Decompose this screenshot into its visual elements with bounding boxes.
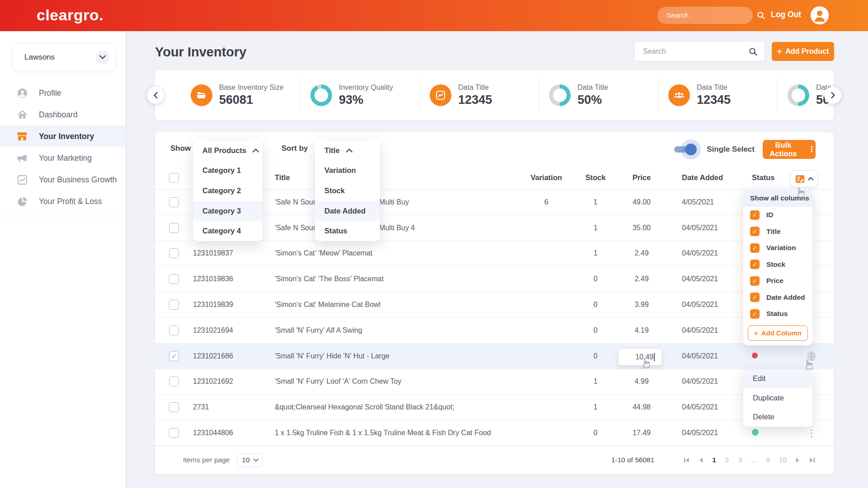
avatar[interactable] bbox=[811, 6, 829, 24]
col-variation-header[interactable]: Variation bbox=[520, 173, 573, 182]
sidebar-item-profile[interactable]: Profile bbox=[0, 82, 125, 104]
cell-price[interactable]: 2.49 bbox=[618, 275, 665, 283]
table-row: 1231044806 1 x 1.5kg Truline Fish & 1 x … bbox=[155, 420, 834, 446]
inventory-search[interactable] bbox=[635, 42, 765, 61]
sort-option-highlighted[interactable]: Date Added bbox=[315, 201, 380, 221]
sidebar-item-your-inventory[interactable]: Your Inventory bbox=[0, 125, 125, 147]
col-status-header[interactable]: Status bbox=[746, 173, 796, 182]
sort-option[interactable]: Stock bbox=[315, 181, 380, 201]
bulk-actions-button[interactable]: Bulk Actions ⋮ bbox=[763, 140, 816, 159]
page-number[interactable]: 9 bbox=[766, 456, 770, 464]
row-checkbox[interactable] bbox=[169, 376, 179, 386]
checkbox-checked-icon bbox=[750, 227, 760, 236]
filter-current-option[interactable]: All Products bbox=[193, 140, 263, 161]
column-toggle-variation[interactable]: Variation bbox=[743, 240, 812, 256]
column-toggle-id[interactable]: ID bbox=[743, 207, 812, 223]
cell-price[interactable]: 4.99 bbox=[618, 377, 665, 386]
sort-by-label: Sort by bbox=[282, 144, 308, 153]
carousel-next-button[interactable] bbox=[824, 87, 841, 104]
filter-option[interactable]: Category 1 bbox=[193, 161, 263, 181]
column-toggle-date-added[interactable]: Date Added bbox=[743, 289, 812, 306]
cell-price[interactable]: 4.19 bbox=[618, 326, 665, 335]
add-product-label: Add Product bbox=[785, 47, 829, 56]
filter-option[interactable]: Category 2 bbox=[193, 181, 263, 201]
cell-date: 04/05/2021 bbox=[665, 429, 746, 437]
col-title-header[interactable]: Title bbox=[275, 173, 520, 182]
row-checkbox[interactable] bbox=[169, 274, 179, 284]
column-toggle-stock[interactable]: Stock bbox=[743, 256, 812, 273]
context-menu-delete[interactable]: Delete bbox=[743, 407, 812, 427]
column-toggle-label: ID bbox=[766, 211, 774, 219]
sidebar-item-your-marketing[interactable]: Your Marketing bbox=[0, 147, 125, 169]
global-search-input[interactable] bbox=[666, 11, 757, 19]
column-toggle-status[interactable]: Status bbox=[743, 306, 812, 322]
page-number[interactable]: 10 bbox=[779, 456, 787, 464]
row-checkbox[interactable] bbox=[169, 248, 179, 258]
cell-stock: 1 bbox=[573, 249, 618, 257]
col-date-added-header[interactable]: Date Added bbox=[665, 173, 746, 182]
filter-dropdown: All Products Category 1 Category 2 Categ… bbox=[193, 140, 263, 241]
context-menu-edit[interactable]: Edit bbox=[743, 369, 812, 388]
cell-id: 1231021692 bbox=[193, 377, 275, 386]
cell-stock: 1 bbox=[573, 198, 618, 206]
last-page-button[interactable] bbox=[809, 457, 816, 463]
prev-page-button[interactable] bbox=[699, 457, 703, 463]
context-menu-duplicate[interactable]: Duplicate bbox=[743, 388, 812, 408]
logout-button[interactable]: Log Out bbox=[771, 10, 801, 19]
row-checkbox[interactable] bbox=[169, 300, 179, 310]
row-checkbox[interactable] bbox=[169, 325, 179, 335]
cell-price[interactable]: 2.49 bbox=[618, 249, 665, 257]
org-select[interactable]: Lawsons bbox=[12, 43, 116, 71]
cell-date: 04/05/2021 bbox=[665, 301, 746, 309]
row-checkbox[interactable] bbox=[169, 223, 179, 233]
row-kebab-icon[interactable]: ⋮ bbox=[807, 351, 816, 361]
sidebar-item-dashboard[interactable]: Dashboard bbox=[0, 104, 125, 125]
sort-option[interactable]: Status bbox=[315, 221, 380, 241]
add-column-button[interactable]: + Add Column bbox=[748, 325, 808, 341]
add-product-button[interactable]: + Add Product bbox=[772, 42, 834, 61]
items-per-page-select[interactable]: 10 bbox=[237, 453, 263, 467]
cell-price[interactable]: 3.99 bbox=[618, 301, 665, 309]
cell-price[interactable]: 49.00 bbox=[618, 198, 665, 206]
edit-columns-button[interactable] bbox=[790, 170, 818, 187]
cell-price[interactable]: 44.98 bbox=[618, 403, 665, 411]
price-edit-input[interactable] bbox=[625, 353, 653, 361]
row-kebab-icon[interactable]: ⋮ bbox=[807, 428, 816, 438]
page-number[interactable]: 2 bbox=[725, 456, 729, 464]
donut-50-icon bbox=[549, 84, 571, 106]
first-page-button[interactable] bbox=[683, 457, 690, 463]
filter-option[interactable]: Category 4 bbox=[193, 221, 263, 241]
sort-option[interactable]: Variation bbox=[315, 161, 380, 181]
cell-price[interactable]: 35.00 bbox=[618, 224, 665, 232]
cell-date: 04/05/2021 bbox=[665, 224, 746, 232]
carousel-prev-button[interactable] bbox=[147, 87, 164, 104]
stat-data-title-2: Data Title 50% bbox=[539, 78, 658, 112]
page-number[interactable]: 3 bbox=[738, 456, 742, 464]
row-checkbox[interactable] bbox=[169, 197, 179, 207]
status-dot-red bbox=[752, 353, 758, 358]
row-checkbox[interactable] bbox=[169, 428, 179, 438]
sidebar-item-your-profit-and-loss[interactable]: Your Profit & Loss bbox=[0, 191, 125, 212]
page-number[interactable]: 1 bbox=[712, 456, 716, 464]
main-content: Your Inventory + Add Product Base Invent… bbox=[125, 31, 868, 488]
filter-option-highlighted[interactable]: Category 3 bbox=[193, 201, 263, 221]
sort-current-option[interactable]: Title bbox=[315, 140, 380, 161]
column-toggle-title[interactable]: Title bbox=[743, 223, 812, 240]
col-stock-header[interactable]: Stock bbox=[573, 173, 618, 182]
cell-price[interactable]: 17.49 bbox=[618, 429, 665, 437]
row-checkbox[interactable] bbox=[169, 402, 179, 412]
row-checkbox-checked[interactable] bbox=[169, 351, 179, 361]
column-toggle-price[interactable]: Price bbox=[743, 273, 812, 289]
single-select-toggle[interactable] bbox=[674, 146, 695, 153]
inventory-search-input[interactable] bbox=[643, 47, 749, 56]
sidebar-item-your-business-growth[interactable]: Your Business Growth bbox=[0, 169, 125, 191]
col-price-header[interactable]: Price bbox=[618, 173, 665, 182]
sidebar: Lawsons Profile Dashboard Your Inventory bbox=[0, 31, 125, 488]
cell-stock: 1 bbox=[573, 403, 618, 411]
global-search[interactable] bbox=[657, 7, 753, 24]
next-page-button[interactable] bbox=[796, 457, 800, 463]
show-all-columns-header[interactable]: Show all columns bbox=[743, 189, 812, 207]
select-all-checkbox[interactable] bbox=[169, 173, 179, 183]
cell-title: 'Safe N Sound' Pet Cat Carrier - Multi B… bbox=[275, 198, 520, 206]
show-label: Show bbox=[170, 144, 191, 153]
